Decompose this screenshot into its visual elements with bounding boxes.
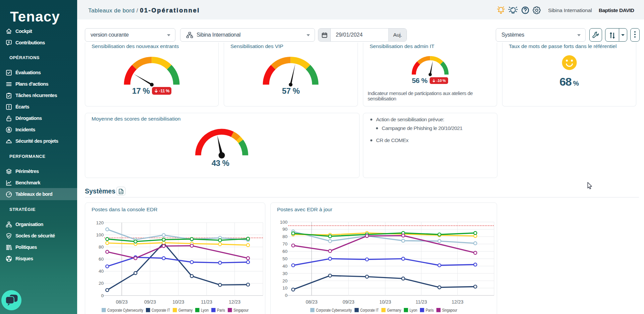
svg-text:80: 80 xyxy=(99,244,104,250)
svg-text:Germany: Germany xyxy=(387,308,401,313)
svg-text:Paris: Paris xyxy=(217,308,225,313)
svg-text:09/23: 09/23 xyxy=(144,299,156,305)
svg-text:30: 30 xyxy=(282,271,287,276)
svg-text:10/23: 10/23 xyxy=(379,299,391,305)
svg-text:120: 120 xyxy=(96,220,104,225)
svg-text:100: 100 xyxy=(280,220,287,225)
svg-text:10: 10 xyxy=(282,285,287,290)
svg-text:12/23: 12/23 xyxy=(229,299,240,305)
svg-text:Corporate IT: Corporate IT xyxy=(360,308,379,313)
svg-text:40: 40 xyxy=(99,269,104,274)
svg-text:Lyon: Lyon xyxy=(410,308,417,313)
svg-text:Lyon: Lyon xyxy=(201,308,209,313)
svg-text:08/23: 08/23 xyxy=(306,299,317,305)
svg-text:20: 20 xyxy=(282,278,287,283)
svg-text:0: 0 xyxy=(285,293,287,298)
svg-text:90: 90 xyxy=(282,227,287,232)
svg-text:11/23: 11/23 xyxy=(416,299,427,305)
svg-text:0: 0 xyxy=(101,293,104,298)
svg-text:Singapour: Singapour xyxy=(233,308,249,313)
svg-text:Corporate Cybersecurity: Corporate Cybersecurity xyxy=(107,308,143,313)
svg-text:80: 80 xyxy=(282,234,287,239)
svg-text:09/23: 09/23 xyxy=(342,299,354,305)
svg-text:10/23: 10/23 xyxy=(172,299,184,305)
svg-text:11/23: 11/23 xyxy=(201,299,212,305)
svg-text:20: 20 xyxy=(99,281,104,286)
svg-text:Paris: Paris xyxy=(426,308,434,313)
svg-text:100: 100 xyxy=(96,232,104,237)
svg-text:Corporate Cybersecurity: Corporate Cybersecurity xyxy=(316,308,352,313)
svg-text:Germany: Germany xyxy=(178,308,193,313)
svg-text:60: 60 xyxy=(99,257,104,262)
svg-text:Corporate IT: Corporate IT xyxy=(152,308,170,313)
svg-text:08/23: 08/23 xyxy=(116,299,127,305)
svg-text:Singapour: Singapour xyxy=(442,308,457,313)
svg-text:12/23: 12/23 xyxy=(451,299,463,305)
svg-text:70: 70 xyxy=(282,241,287,246)
svg-text:60: 60 xyxy=(282,249,287,254)
svg-text:50: 50 xyxy=(282,256,287,261)
svg-text:40: 40 xyxy=(282,264,287,269)
